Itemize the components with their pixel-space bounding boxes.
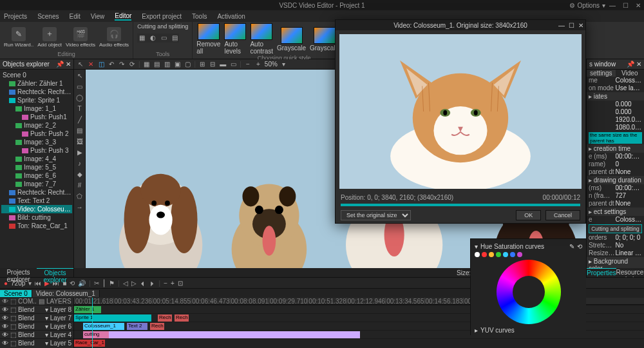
property-row[interactable]: n (frames)727 — [587, 192, 644, 200]
footer-tab[interactable]: Properties window — [587, 268, 616, 277]
property-row[interactable]: e (ms)00:00:00:000 — [587, 153, 644, 160]
menu-projects[interactable]: Projects — [4, 13, 27, 20]
layer-row[interactable]: 👁⬚Blend▾Layer 4 — [0, 330, 73, 338]
section-header[interactable]: ▸ Background color — [587, 257, 644, 268]
property-row[interactable]: (ms)00:00:12:128 — [587, 184, 644, 192]
layer-row[interactable]: 👁⬚Blend▾Layer 7 — [0, 313, 73, 322]
close-panel-icon[interactable]: ✕ — [636, 61, 641, 68]
hue-dot[interactable] — [496, 252, 501, 257]
menu-activation[interactable]: Activation — [217, 13, 245, 20]
zoom-value[interactable]: 50% — [265, 61, 278, 68]
delete-icon[interactable]: ✕ — [87, 61, 95, 68]
property-row[interactable]: eColosseum.mp4; — [587, 216, 644, 224]
undo-icon[interactable]: ↶ — [108, 61, 115, 68]
options-label[interactable]: Options — [578, 2, 600, 9]
property-row[interactable]: Stretch videoNo — [587, 242, 644, 249]
arrow-tool-icon[interactable]: → — [75, 203, 84, 212]
minimize-icon[interactable]: — — [558, 22, 565, 29]
layer-icon[interactable]: ▭ — [229, 61, 237, 68]
cut-icon[interactable]: ✂ — [94, 280, 99, 287]
layers-icon[interactable]: ▤ — [39, 298, 44, 305]
property-row[interactable]: 1080.000 — [587, 124, 644, 131]
crop-icon[interactable]: ◫ — [97, 61, 105, 68]
tree-item[interactable]: Text: Text 2 — [1, 197, 72, 205]
property-row[interactable]: meColosseum_1 — [587, 77, 644, 84]
ellipse-tool-icon[interactable]: ◯ — [75, 93, 84, 102]
property-row[interactable]: 1920.000 — [587, 116, 644, 124]
timeline-clip[interactable]: Sprite 1 — [74, 314, 151, 322]
timeline-clip[interactable]: Colosseum_1 — [83, 323, 124, 330]
menu-scenes[interactable]: Scenes — [37, 13, 59, 20]
color-wheel[interactable] — [497, 260, 561, 324]
section-header[interactable]: ▸ ect settings — [587, 208, 644, 216]
zoom-out-icon[interactable]: − — [244, 61, 252, 68]
timeline-tab[interactable]: Video: Colosseum_1 — [32, 290, 100, 297]
move-tool-icon[interactable]: ↖ — [75, 72, 84, 81]
sprite-tool-icon[interactable]: ◆ — [75, 170, 84, 179]
style-grayscale[interactable]: Grayscale — [277, 27, 306, 52]
property-row[interactable]: 0.000 — [587, 108, 644, 116]
minimize-icon[interactable]: — — [609, 2, 616, 9]
counter-tool-icon[interactable]: # — [75, 181, 84, 190]
timeline-clip[interactable]: Rech — [175, 314, 189, 322]
size-select[interactable]: Set the original size — [341, 210, 411, 220]
align-icon[interactable]: ▣ — [174, 61, 182, 68]
close-icon[interactable]: ✕ — [578, 22, 583, 29]
style-auto-contrast[interactable]: Auto contrast — [250, 23, 273, 55]
align-icon[interactable]: ▦ — [143, 61, 151, 68]
tree-item[interactable]: Image: 5_5 — [1, 163, 72, 171]
run-wizard[interactable]: ✎Run Wizard.. — [4, 27, 33, 48]
hue-dot[interactable] — [489, 252, 494, 257]
line-tool-icon[interactable]: ╱ — [75, 115, 84, 124]
eye-icon[interactable]: 👁 — [2, 298, 8, 305]
expand-icon[interactable]: ▸ — [475, 327, 478, 334]
footer-tab[interactable]: Resources window — [616, 268, 644, 277]
property-row[interactable]: Resize modeLinear interpolation — [587, 249, 644, 257]
tree-item[interactable]: Push: Push 3 — [1, 146, 72, 155]
hue-dot[interactable] — [503, 252, 508, 257]
audio-tool-icon[interactable]: ♪ — [75, 159, 84, 168]
style-auto-levels[interactable]: Auto levels — [224, 23, 246, 55]
timeline-clip[interactable]: Race_Car_1 — [74, 340, 105, 347]
tool-icon[interactable]: ◐ — [148, 34, 157, 43]
add-object[interactable]: ＋Add object — [37, 27, 62, 48]
skip-start-icon[interactable]: ⏮ — [35, 280, 41, 287]
tree-item[interactable]: Rechteck: Rechteck 1 — [1, 188, 72, 197]
layer-row[interactable]: 👁⬚Blend▾Layer 5 — [0, 338, 73, 347]
tree-item[interactable]: Bild: cutting — [1, 213, 72, 222]
align-icon[interactable]: ▤ — [153, 61, 161, 68]
timeline-track[interactable]: Race_Car_1 — [74, 338, 644, 347]
tree-item[interactable]: Scene 0 — [1, 71, 72, 79]
section-header[interactable]: ▸ creation time — [587, 144, 644, 153]
collapse-icon[interactable]: ▾ — [475, 243, 478, 250]
menu-editor[interactable]: Editor — [115, 12, 131, 21]
maximize-icon[interactable]: ☐ — [569, 22, 574, 29]
loop-icon[interactable]: ⟲ — [70, 280, 75, 287]
tree-item[interactable]: Push: Push 2 — [1, 130, 72, 138]
timeline-clip[interactable]: Zähler 1 — [74, 306, 101, 313]
tree-item[interactable]: Zähler: Zähler 1 — [1, 79, 72, 88]
tab-settings[interactable]: settings — [587, 70, 616, 77]
zoom-in-icon[interactable]: + — [171, 280, 175, 287]
layer-row[interactable]: 👁⬚Blend▾Layer 6 — [0, 322, 73, 330]
redo-icon[interactable]: ↷ — [118, 61, 126, 68]
timeline-clip[interactable] — [109, 331, 360, 338]
tree-item[interactable]: Ton: Race_Car_1 — [1, 222, 72, 230]
audio-effects[interactable]: 🎧Audio effects — [99, 27, 129, 48]
reset-icon[interactable]: ⟲ — [577, 243, 582, 250]
dialog-preview-image[interactable] — [339, 34, 582, 189]
prev-frame-icon[interactable]: ◁ — [123, 280, 128, 287]
menu-view[interactable]: View — [91, 13, 105, 20]
align-icon[interactable]: ▥ — [164, 61, 171, 68]
next-frame-icon[interactable]: ▷ — [131, 280, 137, 287]
style-remove-all[interactable]: Remove all — [196, 23, 220, 55]
video-tool-icon[interactable]: ▶ — [75, 148, 84, 157]
grid-icon[interactable]: ⊞ — [198, 61, 206, 68]
tool-icon[interactable]: ▦ — [137, 34, 146, 43]
timeline-clip[interactable]: Text 2 — [127, 323, 147, 330]
hue-dot[interactable] — [517, 252, 522, 257]
menu-export-project[interactable]: Export project — [142, 13, 182, 20]
tree-item[interactable]: Image: 2_2 — [1, 121, 72, 130]
layer-icon[interactable]: ▬ — [219, 61, 227, 68]
timeline-clip[interactable]: Rech — [158, 314, 172, 322]
